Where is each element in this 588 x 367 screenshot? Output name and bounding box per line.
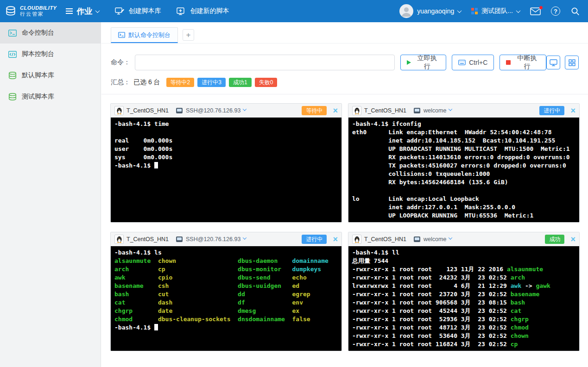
sidebar-item-label: 命令控制台 xyxy=(22,29,54,37)
terminal-status-badge: 成功 xyxy=(545,235,564,244)
grid-icon xyxy=(569,59,575,66)
chevron-down-icon xyxy=(243,236,247,239)
host-name: T_CentOS_HN1 xyxy=(126,236,169,243)
terminal-screen[interactable]: -bash-4.1$ time real 0m0.000suser 0m0.00… xyxy=(111,118,341,222)
team-menu[interactable]: 测试团队... xyxy=(471,7,520,15)
keyboard-icon xyxy=(458,60,466,65)
chevron-down-icon xyxy=(449,236,452,239)
host-name: T_CentOS_HN1 xyxy=(126,107,169,114)
command-console-icon xyxy=(8,30,17,37)
user-menu[interactable]: yuangaoqing xyxy=(399,4,461,18)
terminal-status-badge: 进行中 xyxy=(302,235,327,244)
session-icon xyxy=(413,236,421,243)
chevron-down-icon xyxy=(457,8,462,13)
close-terminal-button[interactable]: × xyxy=(333,235,338,243)
host-name: T_CentOS_HN1 xyxy=(364,107,406,114)
logo-icon xyxy=(5,5,17,17)
session-label: welcome xyxy=(424,236,446,243)
tab-default-command-console[interactable]: 默认命令控制台 xyxy=(111,27,178,43)
tab-label: 默认命令控制台 xyxy=(128,31,171,39)
app-logo[interactable]: CLOUDBILITY 行云管家 xyxy=(5,5,57,18)
close-terminal-button[interactable]: × xyxy=(570,235,575,243)
sidebar-item-test-script-library[interactable]: 测试脚本库 xyxy=(0,86,101,107)
grid-layout-button[interactable] xyxy=(565,56,579,69)
session-selector[interactable]: SSH@120.76.126.93 xyxy=(176,236,246,243)
sidebar-item-command-console[interactable]: 命令控制台 xyxy=(0,22,101,44)
linux-penguin-icon xyxy=(352,235,361,244)
status-badge-running: 进行中3 xyxy=(197,78,226,87)
help-button[interactable]: ? xyxy=(551,6,560,16)
ctrl-c-label: Ctrl+C xyxy=(469,59,487,66)
status-badge-fail: 失败0 xyxy=(255,78,278,87)
terminal-screen[interactable]: -bash-4.1$ ifconfigeth0 Link encap:Ether… xyxy=(348,118,579,222)
close-terminal-button[interactable]: × xyxy=(333,106,338,115)
database-icon xyxy=(8,93,17,101)
tab-bar: 默认命令控制台 + xyxy=(101,22,588,44)
avatar xyxy=(399,4,413,18)
notification-dot xyxy=(539,6,543,9)
session-label: welcome xyxy=(424,107,446,114)
terminal-panel: T_CentOS_HN1 SSH@120.76.126.93 进行中 × -ba… xyxy=(110,232,342,351)
logo-title: CLOUDBILITY xyxy=(20,5,57,11)
add-tab-button[interactable]: + xyxy=(183,29,194,41)
session-icon xyxy=(176,236,183,243)
sidebar-item-default-script-library[interactable]: 默认脚本库 xyxy=(0,65,101,86)
module-switcher[interactable]: 作业 xyxy=(66,6,99,17)
single-screen-button[interactable] xyxy=(546,56,560,69)
create-new-script-button[interactable]: 创建新的脚本 xyxy=(177,7,229,16)
create-script-library-button[interactable]: 创建脚本库 xyxy=(115,7,161,16)
interrupt-label: 中断执行 xyxy=(514,54,540,71)
selected-count: 已选 6 台 xyxy=(133,78,160,87)
linux-penguin-icon xyxy=(352,106,361,115)
command-label: 命令： xyxy=(111,58,135,67)
session-icon xyxy=(413,107,421,114)
summary-bar: 汇总： 已选 6 台 等待中2 进行中3 成功1 失败0 xyxy=(111,78,579,87)
terminal-panel: T_CentOS_HN1 SSH@120.76.126.93 等待中 × -ba… xyxy=(110,103,342,223)
terminal-screen[interactable]: -bash-4.1$ lsalsaunmute chown dbus-daemo… xyxy=(111,246,341,351)
status-badge-success: 成功1 xyxy=(229,78,252,87)
user-name: yuangaoqing xyxy=(417,7,454,15)
session-selector[interactable]: SSH@120.76.126.93 xyxy=(176,107,246,114)
summary-label: 汇总： xyxy=(111,78,130,87)
search-icon xyxy=(570,6,580,16)
chevron-down-icon xyxy=(449,107,452,111)
main-content: 默认命令控制台 + 命令： 立即执行 Ctrl+C 中断执行 xyxy=(101,22,588,367)
hamburger-icon xyxy=(66,8,73,14)
play-icon xyxy=(407,60,411,65)
team-name: 测试团队... xyxy=(481,7,513,15)
interrupt-button[interactable]: 中断执行 xyxy=(499,55,546,70)
terminal-panel: T_CentOS_HN1 welcome 成功 × -bash-4.1$ ll总… xyxy=(348,232,580,351)
sidebar-item-script-console[interactable]: 脚本控制台 xyxy=(0,44,101,65)
terminal-screen[interactable]: -bash-4.1$ ll总用量 7544-rwxr-xr-x 1 root r… xyxy=(348,246,579,351)
host-name: T_CentOS_HN1 xyxy=(364,236,406,243)
help-icon: ? xyxy=(551,6,560,16)
close-terminal-button[interactable]: × xyxy=(570,106,575,115)
team-logo-icon xyxy=(471,8,478,14)
terminal-status-badge: 等待中 xyxy=(302,106,327,115)
stop-icon xyxy=(506,60,511,65)
terminal-panel-header: T_CentOS_HN1 welcome 成功 × xyxy=(348,232,579,246)
terminal-panel: T_CentOS_HN1 welcome 进行中 × -bash-4.1$ if… xyxy=(348,103,580,223)
session-label: SSH@120.76.126.93 xyxy=(186,107,240,114)
session-selector[interactable]: welcome xyxy=(413,236,452,243)
ctrl-c-button[interactable]: Ctrl+C xyxy=(452,55,494,70)
logo-subtitle: 行云管家 xyxy=(20,11,57,18)
chevron-down-icon xyxy=(516,8,521,13)
sidebar-item-label: 脚本控制台 xyxy=(22,50,54,58)
terminal-panel-header: T_CentOS_HN1 welcome 进行中 × xyxy=(348,104,579,118)
command-input[interactable] xyxy=(135,55,395,70)
terminal-tab-icon xyxy=(118,32,125,38)
session-icon xyxy=(176,107,183,114)
search-button[interactable] xyxy=(570,6,580,16)
session-selector[interactable]: welcome xyxy=(413,107,452,114)
sidebar: 命令控制台 脚本控制台 默认脚本库 测试脚本库 xyxy=(0,22,101,367)
messages-button[interactable] xyxy=(530,7,541,15)
script-console-icon xyxy=(8,51,17,58)
terminal-panel-header: T_CentOS_HN1 SSH@120.76.126.93 进行中 × xyxy=(111,232,341,246)
sidebar-item-label: 测试脚本库 xyxy=(22,93,54,101)
command-bar: 命令： 立即执行 Ctrl+C 中断执行 xyxy=(111,55,579,70)
linux-penguin-icon xyxy=(114,235,124,244)
monitor-icon xyxy=(550,59,557,66)
run-button[interactable]: 立即执行 xyxy=(400,55,447,70)
topbar: CLOUDBILITY 行云管家 作业 创建脚本库 创建新的脚本 xyxy=(0,0,588,22)
